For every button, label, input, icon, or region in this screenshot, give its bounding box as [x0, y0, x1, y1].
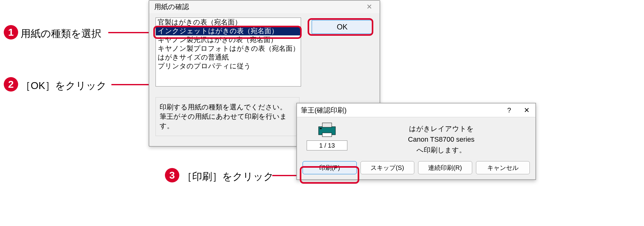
- msg-line: Canon TS8700 series: [352, 134, 530, 145]
- callout-text-1: 用紙の種類を選択: [21, 27, 101, 41]
- svg-rect-3: [320, 128, 322, 129]
- dialog-titlebar: 用紙の確認 ✕: [149, 1, 380, 13]
- print-button[interactable]: 印刷(P): [303, 161, 357, 174]
- list-item[interactable]: はがきサイズの普通紙: [156, 53, 301, 62]
- ok-button[interactable]: OK: [312, 20, 373, 34]
- callout-line-3: [272, 175, 300, 176]
- svg-rect-1: [322, 123, 332, 127]
- help-icon[interactable]: ?: [500, 103, 518, 117]
- print-confirm-dialog: 筆王(確認印刷) ? ✕ 1 / 13 はがきレイアウトを Canon TS87…: [296, 103, 536, 180]
- page-counter: 1 / 13: [307, 140, 347, 150]
- dialog-titlebar: 筆王(確認印刷) ? ✕: [297, 103, 535, 117]
- callout-line-1: [108, 32, 155, 33]
- svg-rect-2: [322, 133, 332, 137]
- msg-line: はがきレイアウトを: [352, 124, 530, 134]
- paper-type-listbox[interactable]: 官製はがきの表（宛名面） インクジェットはがきの表（宛名面） キヤノン製光沢はが…: [156, 18, 301, 87]
- callout-badge-2: 2: [4, 77, 18, 92]
- close-icon[interactable]: ✕: [518, 103, 535, 117]
- list-item[interactable]: キヤノン製プロフォトはがきの表（宛名面）: [156, 44, 301, 53]
- list-item[interactable]: インクジェットはがきの表（宛名面）: [156, 27, 301, 35]
- continuous-print-button[interactable]: 連続印刷(R): [418, 161, 472, 174]
- list-item[interactable]: 官製はがきの表（宛名面）: [156, 18, 301, 27]
- dialog-title: 用紙の確認: [154, 2, 189, 12]
- printer-icon: [318, 122, 336, 137]
- cancel-button[interactable]: キャンセル: [476, 161, 530, 174]
- callout-text-3: ［印刷］をクリック: [182, 170, 274, 184]
- list-item[interactable]: キヤノン製光沢はがきの表（宛名面）: [156, 35, 301, 44]
- dialog-title: 筆王(確認印刷): [301, 106, 347, 115]
- info-line: 印刷する用紙の種類を選んでください。: [160, 102, 295, 112]
- callout-badge-3: 3: [165, 168, 179, 182]
- info-line: 筆王がその用紙にあわせて印刷を行います。: [160, 112, 295, 131]
- list-item[interactable]: プリンタのプロパティに従う: [156, 62, 301, 71]
- info-panel: 印刷する用紙の種類を選んでください。 筆王がその用紙にあわせて印刷を行います。: [156, 97, 299, 136]
- print-message: はがきレイアウトを Canon TS8700 series へ印刷します。: [352, 122, 530, 155]
- callout-badge-1: 1: [4, 25, 18, 39]
- callout-text-2: ［OK］をクリック: [21, 79, 107, 93]
- msg-line: へ印刷します。: [352, 145, 530, 155]
- close-icon[interactable]: ✕: [361, 2, 377, 12]
- skip-button[interactable]: スキップ(S): [360, 161, 415, 174]
